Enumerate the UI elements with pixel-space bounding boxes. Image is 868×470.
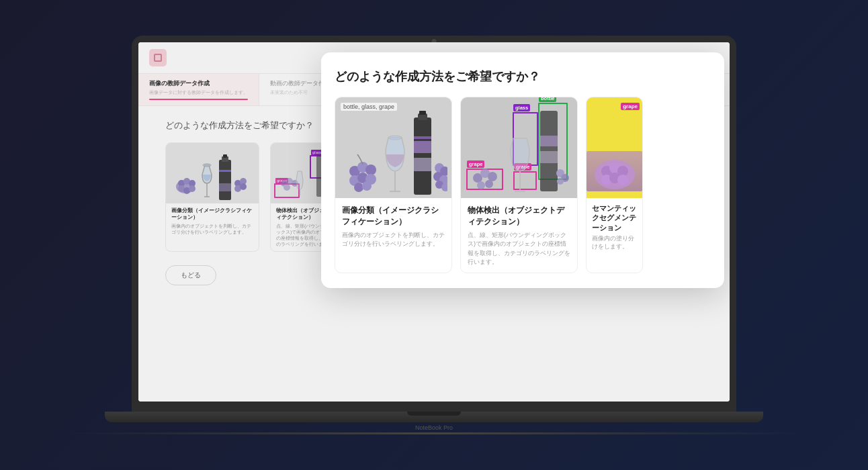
svg-point-52 [485,180,493,188]
svg-rect-56 [540,136,558,146]
svg-rect-40 [414,158,431,171]
modal-title: どのような作成方法をご希望ですか？ [335,68,711,85]
svg-point-67 [617,175,628,185]
modal-card-segmentation[interactable]: grape [586,97,643,273]
svg-rect-57 [540,151,558,163]
modal-overlay: どのような作成方法をご希望ですか？ bottle, glass, grape [138,42,730,402]
svg-point-35 [388,136,402,140]
svg-point-32 [362,181,372,191]
laptop-base [105,412,763,422]
svg-rect-38 [419,111,426,115]
modal-card-classification[interactable]: bottle, glass, grape [335,97,452,273]
svg-point-31 [354,183,363,192]
modal-dialog: どのような作成方法をご希望ですか？ bottle, glass, grape [321,52,724,288]
svg-rect-39 [414,141,431,153]
svg-point-51 [477,181,485,189]
modal-card-detection[interactable]: bottle glass grape [460,97,578,273]
laptop-screen-frame: 画像の教師データ作成 画像データに対する教師データを作成します。 動画の教師デー… [132,36,736,412]
laptop-display: 画像の教師データ作成 画像データに対する教師データを作成します。 動画の教師デー… [138,42,730,402]
svg-point-60 [557,178,564,185]
svg-rect-36 [414,117,431,195]
svg-rect-41 [414,136,431,139]
svg-point-50 [488,172,497,181]
svg-point-27 [365,164,376,175]
laptop-brand: NoteBook Pro [415,424,453,431]
